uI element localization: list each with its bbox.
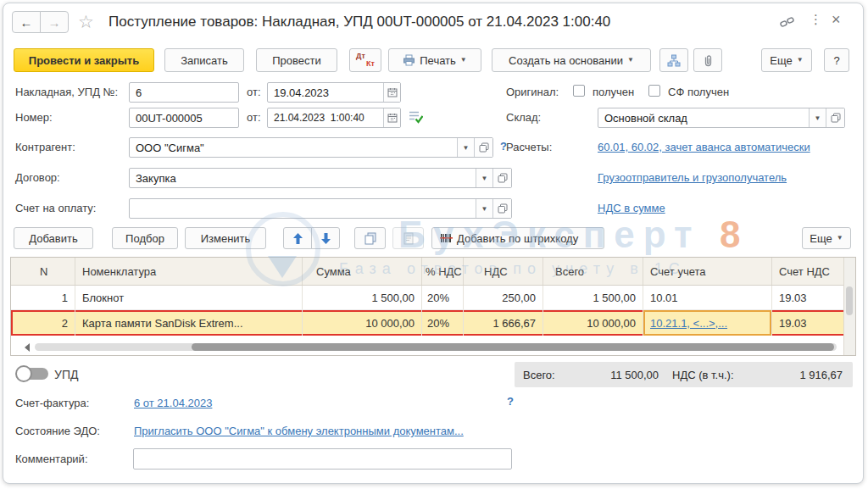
invoice-no-input[interactable]: 6 (129, 82, 239, 103)
table-row[interactable]: 1 Блокнот 1 500,00 20% 250,00 1 500,00 1… (11, 286, 845, 310)
table-row-highlighted[interactable]: 2 Карта памяти SanDisk Extrem... 10 000,… (11, 310, 845, 336)
col-header-total[interactable]: Всего (543, 258, 643, 285)
chevron-down-icon[interactable]: ▼ (457, 138, 474, 157)
vertical-scrollbar-thumb[interactable] (846, 286, 853, 315)
sf-received-label: СФ получен (668, 86, 729, 98)
show-postings-button[interactable]: ДтКт (349, 48, 381, 72)
more-button[interactable]: Еще▼ (761, 48, 812, 72)
chevron-down-icon: ▼ (837, 235, 843, 242)
paperclip-icon (702, 54, 714, 67)
number-datetime-input[interactable]: 21.04.2023 1:00:40 (267, 108, 401, 128)
move-up-button[interactable] (283, 227, 312, 249)
col-header-sum[interactable]: Сумма (303, 258, 422, 285)
open-item-icon[interactable] (474, 138, 492, 157)
favorite-star-icon[interactable]: ☆ (78, 12, 94, 32)
edit-button[interactable]: Изменить (185, 227, 266, 249)
contract-label: Договор: (15, 171, 60, 184)
create-based-on-button[interactable]: Создать на основании▼ (492, 48, 651, 72)
from-label-2: от: (247, 111, 261, 124)
add-row-button[interactable]: Добавить (14, 227, 93, 249)
vat-total-value: 1 916,67 (749, 369, 843, 381)
original-received-checkbox[interactable] (573, 85, 585, 97)
from-label-1: от: (247, 86, 261, 98)
payment-invoice-combo[interactable]: ▼ (129, 198, 512, 219)
warehouse-combo[interactable]: Основной склад ▼ (598, 108, 845, 128)
edo-invite-link[interactable]: Пригласить ООО "Сигма" к обмену электрон… (134, 425, 464, 437)
chevron-down-icon[interactable]: ▼ (476, 199, 492, 218)
add-by-barcode-button[interactable]: Добавить по штрихкоду (431, 227, 604, 249)
contract-combo[interactable]: Закупка ▼ (129, 168, 512, 188)
account-link[interactable]: 10.21.1, <...>,... (650, 317, 727, 330)
table-vertical-scrollbar[interactable] (843, 258, 855, 355)
col-header-vat[interactable]: НДС (464, 258, 543, 285)
col-header-n[interactable]: N (11, 258, 75, 285)
print-button[interactable]: Печать▼ (388, 48, 481, 72)
attachments-button[interactable] (693, 48, 722, 72)
upd-toggle-label: УПД (54, 368, 78, 381)
calendar-icon[interactable] (383, 83, 400, 102)
copy-icon (364, 232, 376, 245)
close-icon[interactable]: × (832, 11, 841, 29)
open-item-icon[interactable] (826, 108, 844, 127)
vat-in-sum-link[interactable]: НДС в сумме (598, 202, 665, 214)
move-down-button[interactable] (311, 227, 340, 249)
comment-input[interactable] (133, 448, 512, 470)
items-table: N Номенклатура Сумма % НДС НДС Всего Сче… (10, 257, 856, 356)
account-cell-selected[interactable]: 10.21.1, <...>,... (643, 310, 772, 336)
number-input[interactable]: 00UT-000005 (129, 108, 239, 128)
table-more-button[interactable]: Еще▼ (802, 227, 851, 249)
settlements-label: Расчеты: (506, 141, 552, 153)
invoice-facture-help[interactable]: ? (507, 395, 514, 408)
scroll-left-icon[interactable] (25, 343, 30, 352)
settlements-link[interactable]: 60.01, 60.02, зачет аванса автоматически (598, 141, 810, 153)
col-header-account[interactable]: Счет учета (643, 258, 772, 285)
fill-check-icon[interactable] (409, 109, 423, 124)
post-and-close-button[interactable]: Провести и закрыть (14, 48, 154, 72)
original-received-label: получен (593, 86, 634, 98)
invoice-facture-link[interactable]: 6 от 21.04.2023 (134, 397, 212, 409)
total-value: 11 500,00 (574, 369, 659, 381)
save-button[interactable]: Записать (164, 48, 244, 72)
pick-button[interactable]: Подбор (112, 227, 178, 249)
horizontal-scrollbar-thumb[interactable] (192, 343, 834, 351)
col-header-nomenclature[interactable]: Номенклатура (75, 258, 303, 285)
counterparty-combo[interactable]: ООО "Сигма" ▼ (129, 137, 493, 158)
invoice-no-label: Накладная, УПД №: (15, 86, 118, 98)
shipper-consignee-link[interactable]: Грузоотправитель и грузополучатель (598, 171, 787, 184)
upd-toggle[interactable] (15, 365, 49, 382)
col-header-vat-account[interactable]: Счет НДС (772, 258, 845, 285)
document-structure-button[interactable] (659, 48, 688, 72)
forward-arrow-icon: → (48, 15, 61, 30)
copy-rows-button[interactable] (354, 227, 386, 249)
invoice-facture-label: Счет-фактура: (15, 397, 89, 409)
chevron-down-icon: ▼ (627, 57, 634, 64)
barcode-icon (440, 232, 453, 244)
sf-received-checkbox[interactable] (648, 85, 660, 97)
chevron-down-icon: ▼ (797, 57, 804, 64)
structure-icon (667, 54, 681, 67)
printer-icon (403, 54, 415, 66)
nav-forward-button[interactable]: → (40, 11, 69, 33)
vat-total-label: НДС (в т.ч.): (672, 369, 734, 381)
help-button[interactable]: ? (824, 48, 849, 72)
payment-invoice-label: Счет на оплату: (15, 202, 96, 214)
chevron-down-icon[interactable]: ▼ (809, 108, 826, 127)
document-icon (403, 232, 414, 245)
paste-rows-button[interactable] (392, 227, 424, 249)
totals-bar: Всего: 11 500,00 НДС (в т.ч.): 1 916,67 (515, 362, 853, 387)
open-item-icon[interactable] (492, 169, 511, 187)
arrow-up-icon (293, 233, 303, 244)
warehouse-label: Склад: (506, 111, 541, 124)
chevron-down-icon[interactable]: ▼ (476, 169, 492, 187)
nav-back-button[interactable]: ← (12, 11, 41, 33)
col-header-vat-rate[interactable]: % НДС (422, 258, 464, 285)
get-link-icon[interactable] (780, 16, 794, 29)
post-button[interactable]: Провести (256, 48, 337, 72)
number-label: Номер: (15, 111, 53, 124)
back-arrow-icon: ← (20, 15, 33, 30)
calendar-icon[interactable] (383, 108, 400, 127)
open-item-icon[interactable] (492, 199, 511, 218)
window-menu-icon[interactable]: ⋮ (810, 12, 822, 27)
invoice-date-input[interactable]: 19.04.2023 (267, 82, 401, 103)
arrow-down-icon (321, 233, 331, 244)
